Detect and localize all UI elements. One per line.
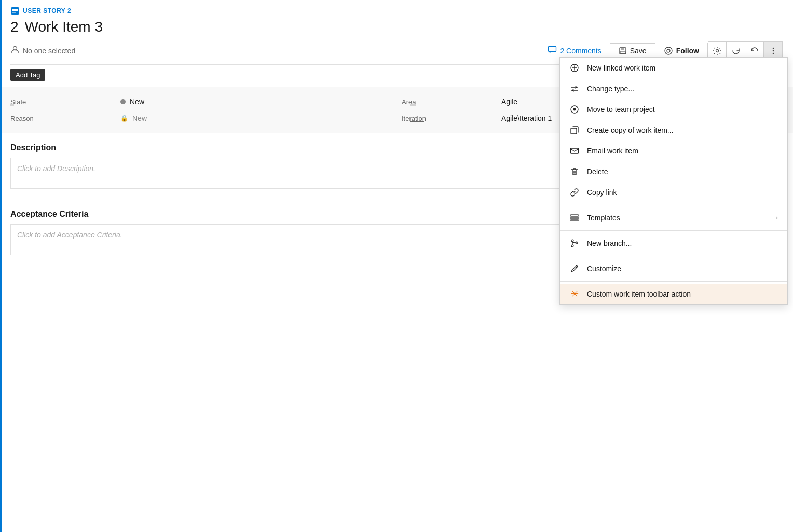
divider-3 [560,256,787,256]
divider-1 [560,205,787,205]
dropdown-item-email[interactable]: Email work item [560,141,787,161]
user-story-icon [10,6,20,16]
email-icon [569,146,580,156]
divider-4 [560,281,787,282]
add-tag-button[interactable]: Add Tag [10,69,45,81]
move-to-team-label: Move to team project [587,105,655,114]
svg-rect-19 [571,148,579,153]
undo-icon [750,46,759,55]
reason-label-text: Reason [10,115,34,122]
description-placeholder: Click to add Description. [17,164,95,173]
iteration-label-text: Iteration [402,115,426,122]
svg-rect-20 [571,215,578,216]
assignee-placeholder-text: No one selected [23,47,75,55]
templates-label: Templates [587,214,620,222]
reason-value-text: New [132,114,147,122]
iteration-label: Iteration [402,110,495,127]
state-value-text: New [130,97,144,106]
custom-star-icon: ✳ [569,289,580,299]
svg-point-23 [571,240,573,242]
templates-item-left: Templates [569,213,620,223]
left-accent-bar [0,0,2,532]
breadcrumb: USER STORY 2 [10,6,783,16]
more-options-icon [769,46,778,55]
templates-icon [569,213,580,223]
follow-icon [664,46,673,55]
change-type-label: Change type... [587,85,634,93]
dropdown-item-customize[interactable]: Customize [560,258,787,279]
svg-rect-18 [571,128,577,134]
reason-label: Reason [10,110,114,127]
svg-point-13 [772,50,774,52]
delete-label: Delete [587,167,608,176]
save-button[interactable]: Save [610,43,655,59]
area-label: Area [402,93,495,110]
customize-label: Customize [587,264,621,273]
change-type-icon [569,83,580,94]
area-value-text: Agile [501,97,517,106]
svg-rect-5 [549,47,556,52]
customize-icon [569,263,580,274]
svg-point-10 [667,49,670,52]
state-value[interactable]: New [114,93,402,110]
assignee-section[interactable]: No one selected [10,45,548,57]
reason-value[interactable]: 🔒 New [114,110,402,127]
custom-action-label: Custom work item toolbar action [587,290,691,298]
dropdown-item-new-linked[interactable]: New linked work item [560,58,787,78]
templates-chevron-icon: › [776,214,778,221]
new-branch-label: New branch... [587,239,632,247]
svg-rect-1 [12,9,18,10]
svg-point-11 [716,50,718,52]
breadcrumb-text: USER STORY 2 [23,7,71,15]
lock-icon: 🔒 [120,115,128,122]
dropdown-item-copy-link[interactable]: Copy link [560,182,787,203]
dropdown-item-move-to-team[interactable]: Move to team project [560,99,787,120]
divider-2 [560,230,787,231]
email-label: Email work item [587,147,638,155]
dropdown-menu: New linked work item Change type... Move… [559,57,788,305]
copy-link-icon [569,187,580,198]
dropdown-item-templates[interactable]: Templates › [560,207,787,228]
svg-rect-8 [620,51,625,53]
dropdown-item-custom-action[interactable]: ✳ Custom work item toolbar action [560,284,787,304]
acceptance-criteria-placeholder: Click to add Acceptance Criteria. [17,231,122,239]
save-label: Save [630,47,647,55]
new-branch-icon [569,238,580,248]
move-to-team-icon [569,104,580,115]
delete-icon [569,166,580,177]
dropdown-item-new-branch[interactable]: New branch... [560,233,787,254]
new-linked-work-item-icon [569,63,580,73]
svg-rect-22 [571,220,578,221]
settings-icon [713,46,722,55]
svg-rect-7 [621,48,624,50]
comments-icon [548,45,557,57]
copy-link-label: Copy link [587,188,617,197]
new-linked-label: New linked work item [587,64,655,72]
title-row: 2 Work Item 3 [10,19,783,35]
svg-point-9 [665,47,672,54]
iteration-value-text: Agile\Iteration 1 [501,114,552,122]
refresh-icon [731,46,741,55]
person-icon [10,45,20,57]
state-dot-icon [120,99,126,104]
svg-point-24 [571,245,573,247]
work-item-header: USER STORY 2 2 Work Item 3 No one select… [0,0,793,65]
dropdown-item-delete[interactable]: Delete [560,161,787,182]
dropdown-item-create-copy[interactable]: Create copy of work item... [560,120,787,141]
main-container: USER STORY 2 2 Work Item 3 No one select… [0,0,793,532]
follow-label: Follow [676,47,699,55]
svg-point-12 [772,48,774,49]
comments-count-text: 2 Comments [560,47,601,55]
work-item-title: Work Item 3 [25,19,103,35]
comments-button[interactable]: 2 Comments [548,45,601,57]
save-icon [619,47,627,55]
area-label-text: Area [402,98,416,106]
create-copy-label: Create copy of work item... [587,126,674,134]
svg-rect-2 [12,10,18,11]
svg-point-14 [772,53,774,54]
create-copy-icon [569,125,580,135]
svg-rect-21 [571,217,578,219]
svg-point-17 [573,108,576,111]
state-label-text: State [10,98,26,106]
dropdown-item-change-type[interactable]: Change type... [560,78,787,99]
